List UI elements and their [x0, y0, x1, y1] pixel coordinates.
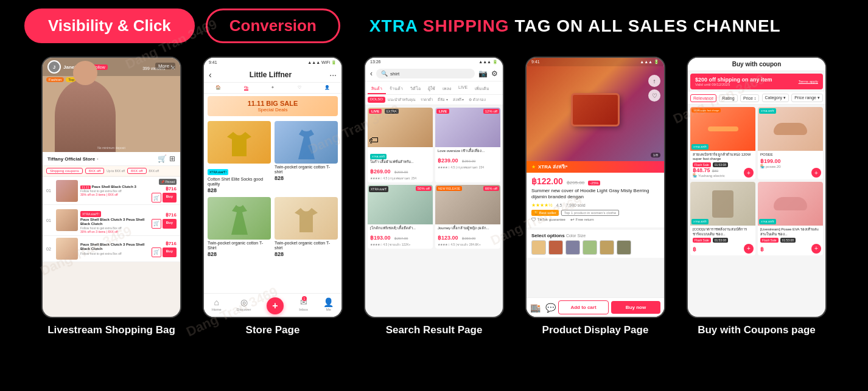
p4-buy-now-btn[interactable]: Buy now [611, 301, 660, 314]
p3-tab-video[interactable]: วิดีโอ [407, 84, 424, 94]
p2-nav-me[interactable]: 👤 Me [323, 297, 334, 314]
p4-swatch1[interactable] [531, 240, 546, 255]
p3-scroll-filter2[interactable]: ส่งฟรี ▾ [453, 97, 464, 103]
p1-cart-button[interactable]: 🛒 [152, 247, 161, 257]
p4-wishlist-btn[interactable]: ♡ [648, 89, 660, 102]
p2-tab-discover[interactable]: ✦ [271, 85, 275, 91]
p2-item-name3: Twin-pocket organic cotton T-Shirt [208, 241, 271, 251]
p5-add-btn2[interactable]: + [811, 168, 821, 178]
p1-cart-button[interactable]: 🛒 [152, 219, 161, 229]
p1-buy-button[interactable]: Buy [163, 219, 177, 229]
p3-tab-users[interactable]: ผู้ใช้ [424, 84, 439, 94]
p4-swatch5[interactable] [600, 240, 614, 255]
p5-filter-rating[interactable]: Rating [719, 94, 737, 102]
p3-back-btn[interactable]: ‹ [370, 69, 373, 78]
p4-chat-icon[interactable]: 💬 [545, 303, 556, 313]
p5-seller-row2: 🏪 posee.20 [760, 164, 821, 168]
p5-add-btn4[interactable]: + [811, 244, 821, 254]
p2-item-name: Cotton Shirt Elite Socks good quality [208, 177, 271, 187]
p5-item-name4: [Livestream] Posee EVA รองเท้าแตะสระในเด… [760, 227, 821, 236]
p1-cart-button[interactable]: 🛒 [152, 193, 161, 202]
p4-swatch3[interactable] [565, 240, 580, 255]
list-item: LIVE 12% off Love oversize เข้า เสื้อเที… [435, 108, 500, 182]
p3-item-info2: Love oversize เข้า เสื้อเที่ยง... ฿239.0… [435, 147, 500, 171]
p1-badges: Fashion Top 1 [43, 76, 180, 83]
p1-avatar: J [47, 60, 61, 74]
p1-coupon2[interactable]: 8XX off [85, 168, 105, 174]
p1-coupon3[interactable]: 8XX off [127, 168, 147, 174]
p2-tab-profile[interactable]: 👤 [324, 85, 330, 91]
p3-item-live-badge: LIVE [369, 109, 382, 114]
p2-tab-home[interactable]: 🏠 [215, 85, 221, 91]
p2-more-btn[interactable]: ··· [329, 70, 337, 80]
p4-guarantee-row: 🛡 TikTok guarantee ↩ Free return [531, 216, 659, 224]
p4-store-icon[interactable]: 🏬 [530, 303, 541, 313]
p2-tab-heart[interactable]: ♡ [298, 85, 301, 91]
p1-cart-icon[interactable]: 🛒 [158, 154, 167, 163]
p5-coupon-terms[interactable]: Terms apply [799, 80, 818, 83]
p1-buy-button[interactable]: Buy [163, 193, 177, 202]
p1-prod-disc: 30% off on 3 items | 8XX off [80, 230, 149, 234]
p3-search-box[interactable]: 🔍 shirt [376, 69, 475, 78]
p4-img-actions: ↑ ♡ [648, 75, 660, 102]
p2-add-button[interactable]: + [267, 297, 284, 314]
p4-swatch4[interactable] [583, 240, 597, 255]
p1-more-btn[interactable]: More › [155, 63, 175, 69]
p4-add-to-cart-btn[interactable]: Add to cart [558, 300, 609, 314]
p3-filter-icon[interactable]: ⚙ [491, 69, 498, 78]
p3-scroll-filter[interactable]: ยี่ห้อ ▾ [438, 97, 448, 103]
p2-tab-shop[interactable]: 🛍 [244, 85, 248, 91]
p5-filter-price[interactable]: Price ↕ [740, 94, 759, 102]
p2-nav-home-label: Home [212, 308, 222, 311]
p4-img-counter: 1/8 [651, 153, 660, 157]
p3-filter-tabs: สินค้า ร้านค้า วิดีโอ ผู้ใช้ เพลง LIVE เ… [365, 81, 503, 95]
p1-prod-info: 11.11 Paus Shell Black Clutch 3 Follow h… [80, 185, 149, 196]
list-item: Twin-pocket organic cotton T-shirt 828 [275, 197, 338, 257]
p3-status-bar: 13:26 ▲▲▲ 🔋 [365, 58, 503, 66]
p3-search-actions: 📷 ⚙ [478, 69, 498, 78]
p4-swatch2[interactable] [548, 240, 563, 255]
p5-add-btn3[interactable]: + [744, 244, 754, 254]
visibility-pill[interactable]: Visibility & Click [24, 9, 195, 43]
p2-nav-discover[interactable]: ◎ Discover [237, 297, 251, 314]
p1-coupon1[interactable]: Shipping coupons [46, 168, 83, 174]
p2-banner-sub: Special Deals [211, 107, 334, 112]
p3-tab-more[interactable]: เพิ่มเติม [471, 84, 493, 94]
p1-buy-button[interactable]: Buy [163, 247, 177, 257]
p4-swatch6[interactable] [617, 240, 631, 255]
p1-prod-img2 [56, 209, 78, 231]
dress-svg2 [229, 201, 250, 235]
p2-nav-inbox[interactable]: ✉ 1 Inbox [299, 297, 308, 314]
p3-item-info1: XTRA ส่งฟรี โมก้า เสื้อผ้าแฟชั่นสำหรับ..… [368, 147, 433, 182]
p3-item-info3: [โกดักแฟร์เซลส์] เสื้อยืดสำ... ฿193.00 ฿… [368, 224, 433, 249]
p3-tab-live[interactable]: LIVE [455, 84, 471, 94]
p1-prod-img-inner [56, 180, 78, 202]
conversion-pill[interactable]: Conversion [206, 9, 340, 43]
p2-nav-home[interactable]: ⌂ Home [212, 297, 222, 314]
p3-tab-music[interactable]: เพลง [439, 84, 455, 94]
p2-item-price4: 828 [275, 251, 338, 257]
p3-tab-items[interactable]: สินค้า [368, 84, 386, 94]
p5-filter-pricerange[interactable]: Price range ▾ [791, 94, 823, 102]
p1-grid-icon[interactable]: ⊞ [169, 154, 175, 163]
p4-share-btn[interactable]: ↑ [648, 75, 660, 87]
phone-store: 9:41 ▲▲▲ WiFi 🔋 ‹ Little Liffner ··· 🏠 🛍… [195, 57, 351, 336]
p1-action-btns2: 🛒 Buy [152, 219, 177, 229]
p5-filter-category[interactable]: Category ▾ [762, 94, 789, 102]
p1-prod-img [56, 238, 78, 260]
list-item: LIVE EXTRA 🏷 XTRA ส่งฟรี โมก้า เสื้อผ้าแ… [368, 108, 433, 182]
p5-filter-relevance[interactable]: Relevance [690, 94, 716, 102]
p3-tab-shops[interactable]: ร้านค้า [386, 84, 407, 94]
p2-back-btn[interactable]: ‹ [209, 70, 212, 80]
p3-scroll-options[interactable]: ⚙ ตัวกรอง [469, 97, 486, 103]
p2-nav-add[interactable]: + [267, 297, 284, 314]
phone5-screen: Buy with coupon $200 off shipping on any… [687, 57, 827, 318]
p2-item-img3 [208, 197, 271, 240]
p3-scroll-tabs: DOLSO แนะนำสำหรับคุณ ราคาต่ำ ยี่ห้อ ▾ ส่… [365, 95, 503, 105]
p5-flash-time4: 01:53:08 [780, 238, 796, 243]
p5-cable-shape [708, 126, 738, 131]
p3-scroll-recommend[interactable]: แนะนำสำหรับคุณ [388, 97, 416, 103]
p5-product-grid: 120W super fast charge XTRA ส่งฟรี! สายเ… [688, 105, 825, 258]
p3-camera-icon[interactable]: 📷 [478, 69, 488, 78]
p3-scroll-cheap[interactable]: ราคาต่ำ [421, 97, 433, 103]
